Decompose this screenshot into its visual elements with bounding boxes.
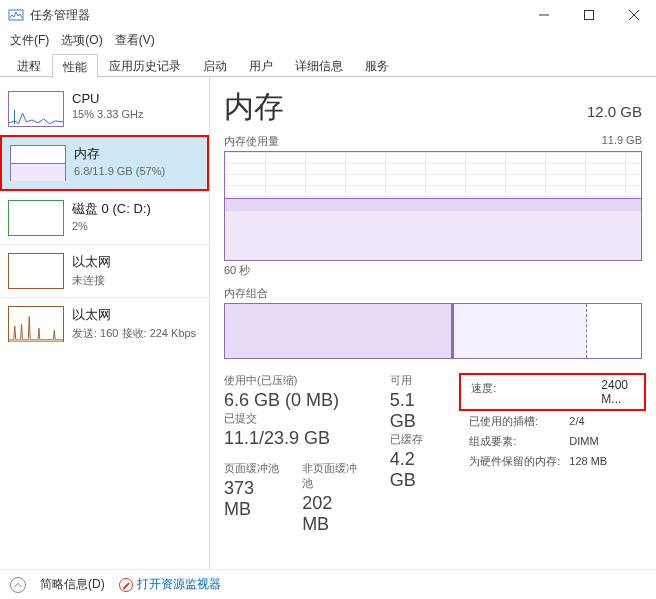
speed-highlight: 速度: 2400 M... (459, 373, 646, 411)
footer: 简略信息(D) 打开资源监视器 (0, 569, 656, 599)
memory-thumbnail (10, 145, 66, 181)
sidebar-item-label: CPU (72, 91, 144, 106)
ethernet-thumbnail (8, 253, 64, 289)
svg-rect-2 (584, 11, 593, 20)
total-capacity: 12.0 GB (587, 103, 642, 120)
memory-composition-bar[interactable] (224, 303, 642, 359)
usage-graph-label: 内存使用量 (224, 134, 279, 149)
sidebar-item-label: 以太网 (72, 253, 111, 271)
menu-file[interactable]: 文件(F) (10, 32, 49, 49)
spec-value: 2/4 (569, 415, 584, 427)
resource-monitor-icon (119, 578, 133, 592)
sidebar-item-sub: 15% 3.33 GHz (72, 108, 144, 120)
tab-processes[interactable]: 进程 (6, 53, 52, 77)
sidebar-item-sub: 发送: 160 接收: 224 Kbps (72, 326, 196, 341)
sidebar-item-label: 以太网 (72, 306, 196, 324)
stat-value: 4.2 GB (390, 449, 441, 491)
tab-services[interactable]: 服务 (354, 53, 400, 77)
sidebar-item-ethernet-1[interactable]: 以太网 未连接 (0, 244, 209, 297)
stat-value: 373 MB (224, 478, 280, 520)
main-panel: 内存 12.0 GB 内存使用量 11.9 GB 60 秒 内存组合 使用中(已… (210, 77, 656, 570)
menu-view[interactable]: 查看(V) (115, 32, 155, 49)
tab-details[interactable]: 详细信息 (284, 53, 354, 77)
stat-label: 已提交 (224, 411, 362, 426)
memory-usage-graph[interactable] (224, 151, 642, 261)
tab-list: 进程 性能 应用历史记录 启动 用户 详细信息 服务 (0, 53, 656, 77)
app-icon (8, 7, 24, 23)
sidebar-item-sub: 2% (72, 220, 151, 232)
spec-label: 速度: (471, 378, 571, 398)
stat-label: 页面缓冲池 (224, 461, 280, 476)
ethernet-thumbnail (8, 306, 64, 342)
spec-label: 组成要素: (469, 431, 569, 451)
spec-value: 128 MB (569, 455, 607, 467)
stat-value: 11.1/23.9 GB (224, 428, 362, 449)
sidebar-item-label: 磁盘 0 (C: D:) (72, 200, 151, 218)
spec-value: DIMM (569, 435, 598, 447)
spec-label: 为硬件保留的内存: (469, 451, 569, 471)
composition-label: 内存组合 (224, 286, 642, 301)
sidebar-item-sub: 6.8/11.9 GB (57%) (74, 165, 165, 177)
tab-app-history[interactable]: 应用历史记录 (98, 53, 192, 77)
open-resource-monitor-link[interactable]: 打开资源监视器 (119, 576, 221, 593)
sidebar-item-cpu[interactable]: CPU 15% 3.33 GHz (0, 83, 209, 135)
sidebar-item-label: 内存 (74, 145, 165, 163)
stat-label: 可用 (390, 373, 441, 388)
sidebar-item-memory[interactable]: 内存 6.8/11.9 GB (57%) (0, 135, 209, 191)
chevron-up-icon[interactable] (10, 577, 26, 593)
disk-thumbnail (8, 200, 64, 236)
usage-graph-max: 11.9 GB (602, 134, 642, 149)
stat-label: 已缓存 (390, 432, 441, 447)
titlebar: 任务管理器 (0, 0, 656, 30)
stat-value: 5.1 GB (390, 390, 441, 432)
stat-label: 非页面缓冲池 (302, 461, 362, 491)
stat-value: 6.6 GB (0 MB) (224, 390, 362, 411)
stat-label: 使用中(已压缩) (224, 373, 362, 388)
sidebar-item-disk[interactable]: 磁盘 0 (C: D:) 2% (0, 191, 209, 244)
maximize-button[interactable] (566, 0, 611, 30)
fewer-details-link[interactable]: 简略信息(D) (40, 576, 105, 593)
tab-performance[interactable]: 性能 (52, 54, 98, 78)
minimize-button[interactable] (521, 0, 566, 30)
cpu-thumbnail (8, 91, 64, 127)
menubar: 文件(F) 选项(O) 查看(V) (0, 30, 656, 53)
spec-value: 2400 M... (601, 378, 636, 406)
tab-users[interactable]: 用户 (238, 53, 284, 77)
tab-startup[interactable]: 启动 (192, 53, 238, 77)
sidebar-item-ethernet-2[interactable]: 以太网 发送: 160 接收: 224 Kbps (0, 297, 209, 350)
window-title: 任务管理器 (30, 7, 521, 24)
menu-options[interactable]: 选项(O) (61, 32, 102, 49)
spec-label: 已使用的插槽: (469, 411, 569, 431)
close-button[interactable] (611, 0, 656, 30)
graph-x-axis: 60 秒 (224, 263, 642, 278)
stat-value: 202 MB (302, 493, 362, 535)
sidebar: CPU 15% 3.33 GHz 内存 6.8/11.9 GB (57%) 磁盘… (0, 77, 210, 570)
sidebar-item-sub: 未连接 (72, 273, 111, 288)
page-title: 内存 (224, 87, 284, 128)
